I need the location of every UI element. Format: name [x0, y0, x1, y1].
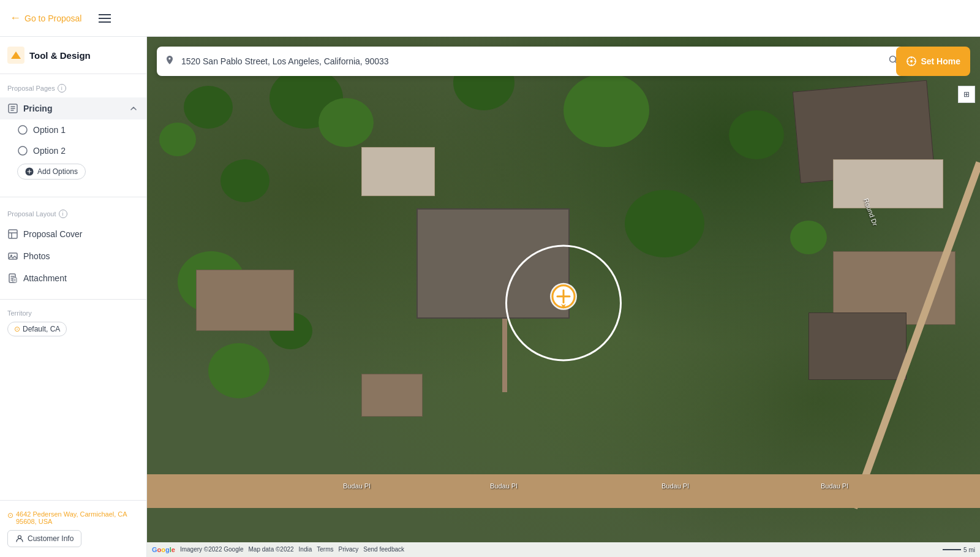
map-link-feedback[interactable]: Send feedback [363, 546, 404, 553]
attachment-icon [7, 273, 18, 284]
map-bottom-links: Google Imagery ©2022 Google Map data ©20… [152, 546, 404, 553]
proposal-pages-info-icon[interactable]: i [58, 84, 66, 93]
customer-info-label: Customer Info [28, 534, 74, 543]
map-link-imagery[interactable]: Imagery ©2022 Google [180, 546, 244, 553]
sidebar-footer: ⊙ 4642 Pedersen Way, Carmichael, CA 9560… [0, 500, 146, 557]
sidebar-item-option1[interactable]: Option 1 [0, 119, 146, 140]
scale-bar: 5 mi [943, 547, 975, 553]
address-location-icon: ⊙ [7, 511, 13, 520]
tree-cluster-4 [318, 98, 374, 147]
option1-label: Option 1 [33, 125, 66, 135]
proposal-layout-label: Proposal Layout i [0, 207, 146, 223]
map-background: Budau Pl Budau Pl Budau Pl Budau Pl Roun… [147, 37, 980, 557]
map-search-bar [157, 47, 907, 76]
location-pin-svg [549, 281, 578, 316]
hamburger-line-1 [99, 14, 111, 15]
svg-rect-10 [13, 278, 17, 282]
back-label: Go to Proposal [24, 13, 81, 23]
hamburger-button[interactable] [96, 12, 113, 25]
map-link-terms[interactable]: Terms [317, 546, 333, 553]
hamburger-line-3 [99, 21, 111, 23]
driveway-1 [502, 319, 507, 392]
building-small-1 [361, 147, 435, 196]
pricing-label: Pricing [23, 104, 52, 113]
proposal-layout-info-icon[interactable]: i [59, 210, 67, 218]
expand-icon[interactable]: ⊞ [958, 86, 975, 103]
map-controls: ⊞ [958, 86, 975, 103]
location-pin-container [549, 281, 578, 316]
address-value: 4642 Pedersen Way, Carmichael, CA 95608,… [16, 510, 139, 525]
sidebar-item-proposal-cover[interactable]: Proposal Cover [0, 223, 146, 245]
brand-logo-icon [7, 47, 24, 64]
customer-info-button[interactable]: Customer Info [7, 530, 81, 547]
set-home-pin-icon [906, 56, 917, 67]
tree-cluster-6 [564, 74, 649, 147]
sidebar-item-attachment[interactable]: Attachment [0, 267, 146, 289]
google-logo: Google [152, 546, 175, 553]
road-horizontal-bottom [147, 474, 980, 508]
map-area[interactable]: Budau Pl Budau Pl Budau Pl Budau Pl Roun… [147, 37, 980, 557]
proposal-layout-section: Proposal Layout i Proposal Cover [0, 200, 146, 297]
person-icon [15, 534, 24, 543]
sidebar-item-photos[interactable]: Photos [0, 245, 146, 267]
street-label-budau-1: Budau Pl [343, 482, 371, 490]
set-home-button[interactable]: Set Home [896, 47, 970, 76]
sidebar: Tool & Design Proposal Pages i Pricing [0, 37, 147, 557]
divider-2 [0, 299, 146, 300]
territory-default-label: Default, CA [23, 325, 60, 333]
map-link-mapdata[interactable]: Map data ©2022 [249, 546, 294, 553]
street-label-budau-2: Budau Pl [490, 482, 518, 490]
add-options-label: Add Options [37, 167, 78, 176]
tree-cluster-11 [625, 190, 704, 257]
tree-cluster-7 [221, 159, 270, 202]
address-text: ⊙ 4642 Pedersen Way, Carmichael, CA 9560… [7, 510, 139, 525]
layout-icon [7, 229, 18, 240]
svg-point-4 [18, 146, 27, 155]
territory-badge[interactable]: ⊙ Default, CA [7, 322, 67, 336]
tag-icon [7, 103, 18, 114]
map-link-india[interactable]: India [299, 546, 312, 553]
pricing-left: Pricing [7, 103, 52, 114]
back-arrow-icon: ← [10, 12, 21, 25]
sidebar-item-option2[interactable]: Option 2 [0, 140, 146, 161]
territory-section: Territory ⊙ Default, CA [0, 302, 146, 344]
tree-cluster-10 [208, 343, 270, 398]
proposal-cover-label: Proposal Cover [23, 229, 83, 239]
building-bottom-left [196, 270, 294, 331]
street-label-budau-3: Budau Pl [662, 482, 689, 490]
proposal-pages-section: Proposal Pages i Pricing [0, 74, 146, 194]
back-button[interactable]: ← Go to Proposal [10, 12, 81, 25]
building-upper-right [833, 159, 943, 208]
set-home-label: Set Home [921, 56, 960, 66]
svg-point-3 [18, 126, 27, 134]
map-link-privacy[interactable]: Privacy [339, 546, 359, 553]
attachment-label: Attachment [23, 273, 67, 283]
scale-label: 5 mi [963, 547, 975, 553]
main-layout: Tool & Design Proposal Pages i Pricing [0, 37, 980, 557]
plus-circle-icon [25, 167, 34, 176]
option2-label: Option 2 [33, 146, 66, 156]
building-small-3 [361, 374, 423, 417]
divider-1 [0, 197, 146, 197]
pricing-item[interactable]: Pricing [0, 97, 146, 119]
tree-cluster-2 [159, 123, 196, 156]
svg-rect-1 [13, 55, 18, 59]
building-small-2 [809, 313, 907, 380]
chevron-up-icon [128, 103, 139, 114]
territory-label: Territory [7, 309, 139, 317]
territory-location-dot: ⊙ [14, 325, 20, 333]
proposal-pages-label: Proposal Pages i [0, 81, 146, 97]
add-options-button[interactable]: Add Options [17, 164, 86, 180]
circle-icon-option2 [17, 145, 28, 156]
sidebar-brand: Tool & Design [0, 37, 146, 74]
hamburger-line-2 [99, 18, 111, 19]
circle-icon-option1 [17, 124, 28, 135]
tree-cluster-12 [729, 110, 784, 159]
map-address-input[interactable] [181, 56, 882, 66]
brand-name: Tool & Design [29, 50, 91, 61]
scale-line [943, 549, 961, 550]
tree-cluster-1 [184, 86, 233, 129]
map-attribution-bar: Google Imagery ©2022 Google Map data ©20… [147, 542, 980, 557]
street-label-budau-4: Budau Pl [821, 482, 848, 490]
top-header: ← Go to Proposal [0, 0, 980, 37]
